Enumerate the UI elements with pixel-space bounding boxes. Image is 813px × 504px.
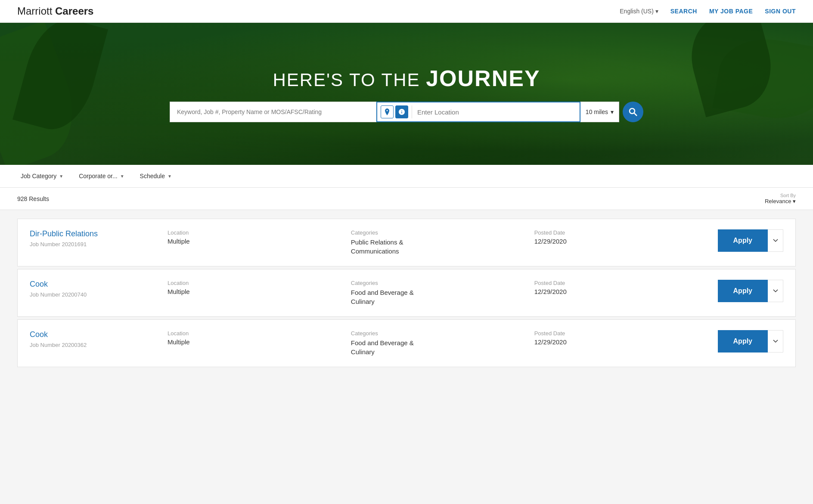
job-title-link[interactable]: Cook (30, 330, 168, 339)
search-bar: 10 miles ▾ (170, 102, 643, 122)
results-count: 928 Results (17, 195, 49, 202)
location-clock-button[interactable] (395, 105, 408, 118)
job-title-link[interactable]: Cook (30, 280, 168, 289)
hero-background (0, 23, 813, 165)
categories-label: Categories (351, 280, 534, 286)
svg-line-1 (634, 113, 637, 116)
site-header: Marriott Careers English (US) ▾ SEARCH M… (0, 0, 813, 23)
categories-value: Public Relations &Communications (351, 238, 534, 256)
my-job-page-nav-link[interactable]: MY JOB PAGE (709, 8, 753, 15)
job-category-label: Job Category (21, 173, 56, 179)
radius-value: 10 miles (586, 108, 608, 115)
sort-by-selector[interactable]: Sort By Relevance ▾ (765, 193, 796, 204)
expand-button[interactable] (768, 330, 783, 352)
apply-button[interactable]: Apply (718, 330, 768, 352)
schedule-chevron: ▼ (168, 174, 172, 179)
job-number: Job Number 20201691 (30, 241, 168, 247)
job-category-filter-button[interactable]: Job Category ▼ (17, 171, 67, 181)
job-categories-field: Categories Food and Beverage &Culinary (351, 330, 534, 356)
job-posted-field: Posted Date 12/29/2020 (534, 280, 718, 306)
categories-value: Food and Beverage &Culinary (351, 288, 534, 306)
apply-button[interactable]: Apply (718, 280, 768, 302)
corporate-chevron: ▼ (120, 174, 124, 179)
job-main-info: Cook Job Number 20200740 (30, 280, 168, 298)
location-value: Multiple (168, 288, 351, 295)
job-number: Job Number 20200740 (30, 291, 168, 298)
categories-label: Categories (351, 330, 534, 337)
hero-title-text: HERE'S TO THE JOURNEY (273, 70, 540, 90)
apply-button[interactable]: Apply (718, 229, 768, 252)
job-posted-field: Posted Date 12/29/2020 (534, 330, 718, 356)
posted-label: Posted Date (534, 280, 718, 286)
location-label: Location (168, 280, 351, 286)
job-categories-field: Categories Public Relations &Communicati… (351, 229, 534, 256)
expand-button[interactable] (768, 280, 783, 302)
posted-value: 12/29/2020 (534, 238, 718, 245)
sort-by-value: Relevance ▾ (765, 198, 796, 204)
keyword-search-input[interactable] (170, 102, 376, 122)
job-actions: Apply (718, 280, 783, 302)
location-value: Multiple (168, 338, 351, 346)
sign-out-nav-link[interactable]: SIGN OUT (765, 8, 796, 15)
categories-value: Food and Beverage &Culinary (351, 338, 534, 356)
job-meta: Location Multiple Categories Food and Be… (168, 280, 718, 306)
job-actions: Apply (718, 229, 783, 252)
posted-value: 12/29/2020 (534, 338, 718, 346)
job-meta: Location Multiple Categories Public Rela… (168, 229, 718, 256)
corporate-filter-button[interactable]: Corporate or... ▼ (75, 171, 127, 181)
schedule-label: Schedule (140, 173, 165, 179)
radius-chevron: ▾ (611, 108, 614, 115)
sort-by-label: Sort By (780, 193, 796, 198)
search-nav-link[interactable]: SEARCH (670, 8, 697, 15)
location-search-wrapper (376, 102, 580, 122)
site-logo: Marriott Careers (17, 5, 93, 17)
job-location-field: Location Multiple (168, 280, 351, 306)
job-card: Cook Job Number 20200740 Location Multip… (17, 269, 796, 317)
job-location-field: Location Multiple (168, 330, 351, 356)
posted-label: Posted Date (534, 330, 718, 337)
job-main-info: Dir-Public Relations Job Number 20201691 (30, 229, 168, 247)
corporate-label: Corporate or... (79, 173, 118, 179)
job-main-info: Cook Job Number 20200362 (30, 330, 168, 348)
posted-label: Posted Date (534, 229, 718, 236)
location-label: Location (168, 229, 351, 236)
hero-title: HERE'S TO THE JOURNEY (273, 65, 540, 91)
expand-button[interactable] (768, 229, 783, 252)
job-list: Dir-Public Relations Job Number 20201691… (0, 210, 813, 378)
job-categories-field: Categories Food and Beverage &Culinary (351, 280, 534, 306)
location-search-input[interactable] (412, 102, 580, 121)
location-pin-button[interactable] (381, 105, 394, 118)
job-actions: Apply (718, 330, 783, 352)
hero-section: HERE'S TO THE JOURNEY 10 miles (0, 23, 813, 165)
logo-light: Marriott (17, 5, 55, 17)
svg-point-0 (630, 108, 635, 114)
filters-bar: Job Category ▼ Corporate or... ▼ Schedul… (0, 165, 813, 188)
location-label: Location (168, 330, 351, 337)
posted-value: 12/29/2020 (534, 288, 718, 295)
job-card: Cook Job Number 20200362 Location Multip… (17, 319, 796, 367)
location-value: Multiple (168, 238, 351, 245)
results-bar: 928 Results Sort By Relevance ▾ (0, 188, 813, 210)
logo-bold: Careers (55, 5, 93, 17)
job-category-chevron: ▼ (59, 174, 63, 179)
hero-title-light: HERE'S TO THE (273, 70, 426, 90)
job-number: Job Number 20200362 (30, 342, 168, 348)
location-icon-group (377, 105, 412, 118)
hero-title-bold: JOURNEY (426, 66, 540, 91)
categories-label: Categories (351, 229, 534, 236)
job-title-link[interactable]: Dir-Public Relations (30, 229, 168, 238)
job-card: Dir-Public Relations Job Number 20201691… (17, 219, 796, 266)
schedule-filter-button[interactable]: Schedule ▼ (137, 171, 175, 181)
header-nav: English (US) ▾ SEARCH MY JOB PAGE SIGN O… (620, 8, 796, 15)
job-meta: Location Multiple Categories Food and Be… (168, 330, 718, 356)
job-posted-field: Posted Date 12/29/2020 (534, 229, 718, 256)
job-location-field: Location Multiple (168, 229, 351, 256)
search-submit-button[interactable] (623, 102, 643, 122)
language-selector[interactable]: English (US) ▾ (620, 8, 658, 15)
radius-selector[interactable]: 10 miles ▾ (580, 102, 619, 122)
